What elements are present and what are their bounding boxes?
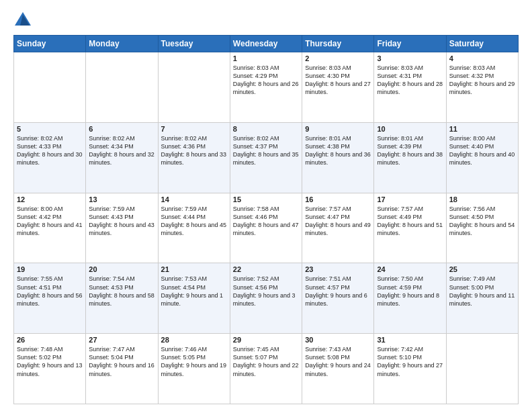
weekday-monday: Monday xyxy=(86,36,158,52)
day-number: 11 xyxy=(449,125,515,133)
day-number: 15 xyxy=(233,195,299,203)
day-info: Sunrise: 7:59 AM Sunset: 4:43 PM Dayligh… xyxy=(89,205,154,238)
day-info: Sunrise: 7:51 AM Sunset: 4:57 PM Dayligh… xyxy=(305,275,371,308)
logo xyxy=(13,11,35,30)
calendar-cell: 7Sunrise: 8:02 AM Sunset: 4:36 PM Daylig… xyxy=(158,122,230,193)
weekday-sunday: Sunday xyxy=(14,36,86,52)
day-number: 23 xyxy=(305,265,371,273)
week-row-2: 12Sunrise: 8:00 AM Sunset: 4:42 PM Dayli… xyxy=(14,193,519,263)
calendar-cell: 30Sunrise: 7:43 AM Sunset: 5:08 PM Dayli… xyxy=(302,334,374,404)
weekday-thursday: Thursday xyxy=(302,36,374,52)
day-info: Sunrise: 8:02 AM Sunset: 4:34 PM Dayligh… xyxy=(89,134,154,167)
day-info: Sunrise: 8:02 AM Sunset: 4:33 PM Dayligh… xyxy=(17,134,83,167)
day-info: Sunrise: 7:59 AM Sunset: 4:44 PM Dayligh… xyxy=(161,205,227,238)
day-number: 13 xyxy=(89,195,154,203)
calendar-cell: 15Sunrise: 7:58 AM Sunset: 4:46 PM Dayli… xyxy=(230,193,302,263)
weekday-saturday: Saturday xyxy=(446,36,518,52)
header xyxy=(13,11,519,30)
weekday-friday: Friday xyxy=(374,36,446,52)
calendar-cell: 22Sunrise: 7:52 AM Sunset: 4:56 PM Dayli… xyxy=(230,263,302,334)
calendar-cell: 6Sunrise: 8:02 AM Sunset: 4:34 PM Daylig… xyxy=(86,122,158,193)
day-info: Sunrise: 8:03 AM Sunset: 4:31 PM Dayligh… xyxy=(377,64,443,97)
day-info: Sunrise: 8:03 AM Sunset: 4:32 PM Dayligh… xyxy=(449,64,515,97)
day-number: 3 xyxy=(377,54,443,62)
calendar-cell: 18Sunrise: 7:56 AM Sunset: 4:50 PM Dayli… xyxy=(446,193,518,263)
day-number: 21 xyxy=(161,265,227,273)
calendar-cell: 24Sunrise: 7:50 AM Sunset: 4:59 PM Dayli… xyxy=(374,263,446,334)
day-info: Sunrise: 7:50 AM Sunset: 4:59 PM Dayligh… xyxy=(377,275,443,308)
day-info: Sunrise: 8:01 AM Sunset: 4:39 PM Dayligh… xyxy=(377,134,443,167)
day-number: 8 xyxy=(233,125,299,133)
day-info: Sunrise: 8:02 AM Sunset: 4:37 PM Dayligh… xyxy=(233,134,299,167)
calendar-body: 1Sunrise: 8:03 AM Sunset: 4:29 PM Daylig… xyxy=(14,52,519,404)
calendar-cell: 20Sunrise: 7:54 AM Sunset: 4:53 PM Dayli… xyxy=(86,263,158,334)
calendar-cell xyxy=(14,52,86,123)
calendar-cell: 5Sunrise: 8:02 AM Sunset: 4:33 PM Daylig… xyxy=(14,122,86,193)
weekday-tuesday: Tuesday xyxy=(158,36,230,52)
day-info: Sunrise: 8:01 AM Sunset: 4:38 PM Dayligh… xyxy=(305,134,371,167)
day-info: Sunrise: 7:45 AM Sunset: 5:07 PM Dayligh… xyxy=(233,345,299,378)
day-number: 18 xyxy=(449,195,515,203)
day-info: Sunrise: 7:57 AM Sunset: 4:49 PM Dayligh… xyxy=(377,205,443,238)
calendar-cell: 3Sunrise: 8:03 AM Sunset: 4:31 PM Daylig… xyxy=(374,52,446,123)
calendar-cell: 8Sunrise: 8:02 AM Sunset: 4:37 PM Daylig… xyxy=(230,122,302,193)
calendar-cell: 25Sunrise: 7:49 AM Sunset: 5:00 PM Dayli… xyxy=(446,263,518,334)
day-number: 26 xyxy=(17,336,83,344)
calendar-cell xyxy=(446,334,518,404)
day-number: 28 xyxy=(161,336,227,344)
day-number: 14 xyxy=(161,195,227,203)
week-row-3: 19Sunrise: 7:55 AM Sunset: 4:51 PM Dayli… xyxy=(14,263,519,334)
day-number: 25 xyxy=(449,265,515,273)
day-number: 5 xyxy=(17,125,83,133)
day-number: 6 xyxy=(89,125,154,133)
day-info: Sunrise: 7:53 AM Sunset: 4:54 PM Dayligh… xyxy=(161,275,227,308)
day-number: 19 xyxy=(17,265,83,273)
calendar-cell: 14Sunrise: 7:59 AM Sunset: 4:44 PM Dayli… xyxy=(158,193,230,263)
day-info: Sunrise: 7:54 AM Sunset: 4:53 PM Dayligh… xyxy=(89,275,154,308)
calendar-cell: 9Sunrise: 8:01 AM Sunset: 4:38 PM Daylig… xyxy=(302,122,374,193)
calendar: SundayMondayTuesdayWednesdayThursdayFrid… xyxy=(13,35,519,404)
day-info: Sunrise: 8:03 AM Sunset: 4:30 PM Dayligh… xyxy=(305,64,371,97)
day-number: 4 xyxy=(449,54,515,62)
day-number: 31 xyxy=(377,336,443,344)
calendar-cell: 28Sunrise: 7:46 AM Sunset: 5:05 PM Dayli… xyxy=(158,334,230,404)
page: SundayMondayTuesdayWednesdayThursdayFrid… xyxy=(0,0,532,411)
day-info: Sunrise: 7:47 AM Sunset: 5:04 PM Dayligh… xyxy=(89,345,154,378)
day-info: Sunrise: 8:00 AM Sunset: 4:42 PM Dayligh… xyxy=(17,205,83,238)
day-info: Sunrise: 7:46 AM Sunset: 5:05 PM Dayligh… xyxy=(161,345,227,378)
calendar-cell: 1Sunrise: 8:03 AM Sunset: 4:29 PM Daylig… xyxy=(230,52,302,123)
day-number: 17 xyxy=(377,195,443,203)
day-info: Sunrise: 7:58 AM Sunset: 4:46 PM Dayligh… xyxy=(233,205,299,238)
day-number: 7 xyxy=(161,125,227,133)
day-number: 2 xyxy=(305,54,371,62)
day-info: Sunrise: 8:02 AM Sunset: 4:36 PM Dayligh… xyxy=(161,134,227,167)
calendar-cell: 29Sunrise: 7:45 AM Sunset: 5:07 PM Dayli… xyxy=(230,334,302,404)
day-number: 16 xyxy=(305,195,371,203)
calendar-cell: 17Sunrise: 7:57 AM Sunset: 4:49 PM Dayli… xyxy=(374,193,446,263)
calendar-cell: 27Sunrise: 7:47 AM Sunset: 5:04 PM Dayli… xyxy=(86,334,158,404)
day-number: 24 xyxy=(377,265,443,273)
week-row-0: 1Sunrise: 8:03 AM Sunset: 4:29 PM Daylig… xyxy=(14,52,519,123)
weekday-header: SundayMondayTuesdayWednesdayThursdayFrid… xyxy=(14,36,519,52)
calendar-cell: 2Sunrise: 8:03 AM Sunset: 4:30 PM Daylig… xyxy=(302,52,374,123)
calendar-cell xyxy=(86,52,158,123)
day-number: 20 xyxy=(89,265,154,273)
day-info: Sunrise: 7:43 AM Sunset: 5:08 PM Dayligh… xyxy=(305,345,371,378)
calendar-cell: 13Sunrise: 7:59 AM Sunset: 4:43 PM Dayli… xyxy=(86,193,158,263)
calendar-cell: 19Sunrise: 7:55 AM Sunset: 4:51 PM Dayli… xyxy=(14,263,86,334)
day-info: Sunrise: 7:49 AM Sunset: 5:00 PM Dayligh… xyxy=(449,275,515,308)
day-info: Sunrise: 7:57 AM Sunset: 4:47 PM Dayligh… xyxy=(305,205,371,238)
day-info: Sunrise: 7:56 AM Sunset: 4:50 PM Dayligh… xyxy=(449,205,515,238)
calendar-cell: 10Sunrise: 8:01 AM Sunset: 4:39 PM Dayli… xyxy=(374,122,446,193)
day-info: Sunrise: 7:55 AM Sunset: 4:51 PM Dayligh… xyxy=(17,275,83,308)
day-number: 29 xyxy=(233,336,299,344)
calendar-cell: 16Sunrise: 7:57 AM Sunset: 4:47 PM Dayli… xyxy=(302,193,374,263)
calendar-cell: 12Sunrise: 8:00 AM Sunset: 4:42 PM Dayli… xyxy=(14,193,86,263)
day-info: Sunrise: 7:42 AM Sunset: 5:10 PM Dayligh… xyxy=(377,345,443,378)
calendar-cell: 4Sunrise: 8:03 AM Sunset: 4:32 PM Daylig… xyxy=(446,52,518,123)
calendar-cell: 31Sunrise: 7:42 AM Sunset: 5:10 PM Dayli… xyxy=(374,334,446,404)
calendar-cell: 21Sunrise: 7:53 AM Sunset: 4:54 PM Dayli… xyxy=(158,263,230,334)
logo-icon xyxy=(13,11,32,30)
week-row-1: 5Sunrise: 8:02 AM Sunset: 4:33 PM Daylig… xyxy=(14,122,519,193)
week-row-4: 26Sunrise: 7:48 AM Sunset: 5:02 PM Dayli… xyxy=(14,334,519,404)
